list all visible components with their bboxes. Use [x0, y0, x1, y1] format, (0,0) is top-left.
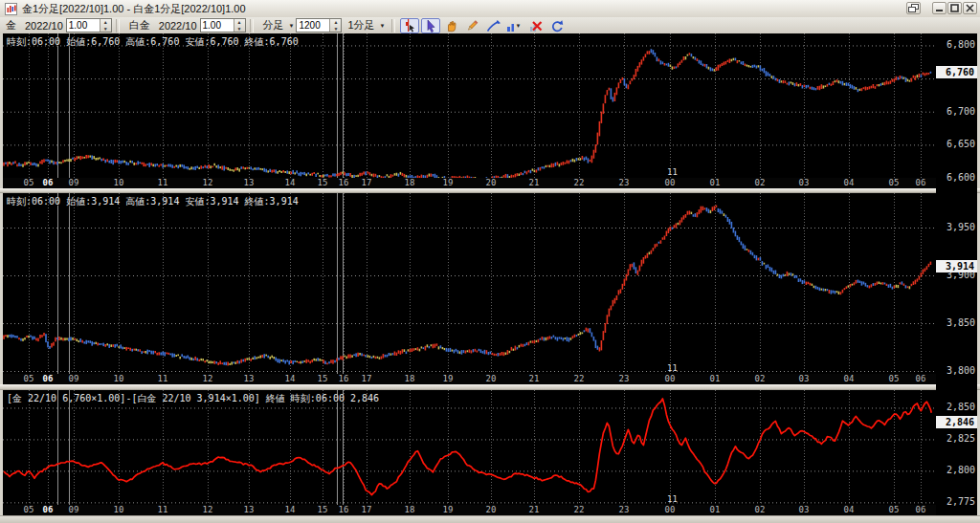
- time-tick-label: 01: [706, 374, 724, 384]
- time-tick-label: 09: [65, 505, 82, 515]
- date-label: 11: [667, 167, 678, 177]
- platinum-symbol-label: 白金: [129, 18, 150, 33]
- time-tick-label: 05: [885, 374, 902, 384]
- price-tick-label: 2,800: [937, 465, 975, 476]
- panel-separator[interactable]: [0, 188, 980, 193]
- price-tick-label: 2,850: [937, 402, 975, 413]
- bar-count-input[interactable]: [297, 19, 329, 32]
- chevron-down-icon[interactable]: ▼: [289, 23, 295, 29]
- gold-multiplier-spinner[interactable]: ▲▼: [66, 18, 112, 33]
- tool-crosshair-cursor-button[interactable]: [400, 18, 419, 33]
- window-title: 金1分足[2022/10]1.00 - 白金1分足[2022/10]1.00: [22, 2, 246, 16]
- time-tick-label: 19: [439, 374, 457, 384]
- gold-chart-canvas: [3, 33, 936, 178]
- bar-interval-dropdown[interactable]: 1分足: [347, 18, 374, 33]
- time-tick-label: 00: [661, 505, 679, 515]
- spinner-up-down-icons[interactable]: ▲▼: [234, 19, 245, 32]
- time-tick-label: 13: [240, 178, 257, 188]
- time-tick-label: 06: [912, 505, 929, 515]
- bar-type-dropdown[interactable]: 分足: [263, 18, 284, 33]
- current-price-badge: 2,846: [936, 416, 977, 428]
- gold-multiplier-input[interactable]: [67, 19, 100, 32]
- time-tick-label: 04: [840, 374, 858, 384]
- time-tick-label: 03: [795, 505, 813, 515]
- time-tick-label: 05: [20, 178, 37, 188]
- time-tick-label: 06: [912, 374, 929, 384]
- spread-panel[interactable]: [金 22/10 6,760×1.00]-[白金 22/10 3,914×1.0…: [3, 390, 936, 505]
- time-tick-label: 03: [795, 374, 813, 384]
- time-tick-label: 06: [912, 178, 929, 188]
- time-tick-label: 14: [281, 178, 299, 188]
- time-tick-label: 21: [525, 505, 543, 515]
- time-tick-label: 01: [706, 178, 724, 188]
- time-axis-platinum: 0506091011121314151617181920212223000102…: [3, 374, 936, 384]
- price-tick-label: 3,950: [937, 222, 975, 233]
- time-tick-label: 06: [39, 505, 56, 515]
- spread-info: [金 22/10 6,760×1.00]-[白金 22/10 3,914×1.0…: [7, 392, 379, 405]
- gold-symbol-label: 金: [6, 18, 16, 33]
- delete-drawings-icon: [528, 19, 543, 33]
- date-label: 11: [667, 363, 678, 373]
- time-tick-label: 11: [154, 178, 171, 188]
- time-tick-label: 14: [281, 505, 299, 515]
- time-tick-label: 20: [482, 374, 500, 384]
- time-tick-label: 19: [439, 505, 457, 515]
- platinum-price-panel[interactable]: 時刻:06:00 始値:3,914 高値:3,914 安値:3,914 終値:3…: [3, 193, 936, 374]
- platinum-ohlc-info: 時刻:06:00 始値:3,914 高値:3,914 安値:3,914 終値:3…: [7, 195, 299, 208]
- time-tick-label: 15: [314, 505, 331, 515]
- tool-curve-draw-button[interactable]: [484, 18, 503, 33]
- gold-price-panel[interactable]: 時刻:06:00 始値:6,760 高値:6,760 安値:6,760 終値:6…: [3, 33, 936, 178]
- time-tick-label: 02: [751, 505, 768, 515]
- platinum-multiplier-spinner[interactable]: ▲▼: [200, 18, 246, 33]
- price-tick-label: 2,775: [937, 496, 975, 508]
- time-tick-label: 20: [482, 505, 500, 515]
- pencil-draw-icon: [465, 19, 479, 33]
- time-tick-label: 10: [110, 374, 127, 384]
- tool-refresh-button[interactable]: [547, 18, 567, 33]
- time-tick-label: 15: [314, 178, 331, 188]
- time-tick-label: 11: [154, 505, 171, 515]
- spinner-up-down-icons[interactable]: ▲▼: [329, 19, 341, 32]
- time-tick-label: 17: [358, 374, 375, 384]
- bar-count-spinner[interactable]: ▲▼: [296, 18, 342, 33]
- price-tick-label: 6,650: [937, 139, 975, 150]
- chevron-down-icon[interactable]: ▼: [380, 23, 386, 29]
- price-tick-label: 6,700: [937, 106, 975, 118]
- tool-pan-hand-button[interactable]: [442, 18, 461, 33]
- tool-select-arrow-button[interactable]: [421, 18, 440, 33]
- select-arrow-icon: [424, 19, 437, 33]
- time-tick-label: 12: [199, 505, 216, 515]
- time-tick-label: 17: [358, 505, 375, 515]
- maximize-button[interactable]: [947, 2, 962, 14]
- time-tick-label: 00: [661, 178, 679, 188]
- pan-hand-icon: [444, 19, 458, 33]
- chart-window: 金1分足[2022/10]1.00 - 白金1分足[2022/10]1.00 金…: [0, 0, 980, 523]
- time-tick-label: 13: [240, 505, 257, 515]
- close-button[interactable]: [963, 2, 977, 14]
- time-tick-label: 18: [401, 374, 418, 384]
- date-label: 11: [667, 494, 678, 504]
- time-tick-label: 13: [240, 374, 257, 384]
- time-tick-label: 19: [439, 178, 457, 188]
- time-tick-label: 01: [706, 505, 724, 515]
- price-axis: 6,8006,7006,6506,6006,7603,9503,9003,850…: [936, 33, 977, 515]
- time-axis-spread: 0506091011121314151617181920212223000102…: [3, 505, 936, 515]
- platinum-contract-month: 2022/10: [159, 20, 197, 32]
- spread-chart-canvas: [3, 390, 936, 505]
- time-tick-label: 14: [281, 374, 299, 384]
- toolbar-separator: [391, 19, 395, 33]
- chevron-down-icon[interactable]: ▼: [516, 23, 522, 29]
- time-tick-label: 22: [570, 178, 588, 188]
- float-window-button[interactable]: [906, 2, 921, 14]
- price-tick-label: 3,800: [937, 365, 975, 377]
- time-tick-label: 00: [661, 374, 679, 384]
- panel-separator[interactable]: [0, 384, 980, 390]
- minimize-button[interactable]: [932, 2, 947, 14]
- tool-delete-drawings-button[interactable]: [526, 18, 546, 33]
- time-tick-label: 05: [885, 178, 902, 188]
- tool-chart-type-button[interactable]: ▼: [505, 18, 524, 33]
- tool-pencil-draw-button[interactable]: [463, 18, 482, 33]
- spinner-up-down-icons[interactable]: ▲▼: [100, 19, 111, 32]
- time-tick-label: 11: [154, 374, 171, 384]
- platinum-multiplier-input[interactable]: [201, 19, 234, 32]
